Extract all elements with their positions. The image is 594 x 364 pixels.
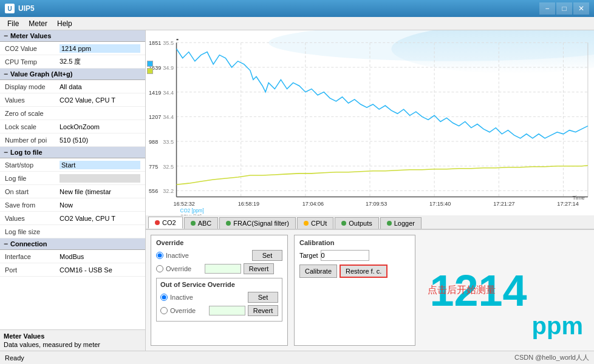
save-from-row: Save from Now [0, 198, 145, 212]
tab-abc[interactable]: ABC [184, 217, 219, 229]
section-log-label: Log to file [10, 149, 43, 156]
tab-logger[interactable]: Logger [380, 217, 422, 229]
calibration-title: Calibration [299, 239, 410, 246]
restore-button[interactable]: Restore f. c. [340, 265, 387, 278]
override-set-button[interactable]: Set [252, 250, 282, 261]
log-file-size-row: Log file size [0, 225, 145, 238]
svg-text:CO2 [ppm]: CO2 [ppm] [180, 208, 204, 214]
calibrate-button[interactable]: Calibrate [299, 265, 337, 278]
svg-text:775: 775 [149, 164, 158, 170]
svg-text:1851: 1851 [149, 40, 161, 46]
svg-text:Time: Time [573, 195, 585, 201]
interface-value: ModBus [60, 253, 140, 260]
values-value: CO2 Value, CPU T [60, 96, 140, 104]
tab-frac-label: FRAC(Signal filter) [233, 220, 289, 227]
right-panel: 1851 1639 1419 1207 988 775 556 35.5 34.… [146, 30, 594, 351]
port-label: Port [5, 266, 60, 274]
override-inactive-radio[interactable] [156, 252, 163, 259]
minimize-button[interactable]: − [539, 2, 555, 15]
cpu-temp-label: CPU Temp [5, 58, 60, 66]
left-panel: Meter Values CO2 Value 1214 ppm CPU Temp… [0, 30, 146, 351]
oos-inactive-label: Inactive [170, 294, 207, 301]
oos-set-button[interactable]: Set [248, 292, 278, 303]
status-bar: Ready CSDN @hello_world人人 [0, 351, 594, 364]
svg-text:988: 988 [149, 139, 158, 145]
svg-text:34.4: 34.4 [163, 114, 174, 120]
svg-text:35.5: 35.5 [163, 40, 174, 46]
menu-bar: File Meter Help [0, 17, 594, 30]
svg-text:17:27:14: 17:27:14 [557, 201, 578, 207]
override-box: Override Inactive Set Override Revert Ou… [151, 235, 288, 346]
section-meter-values[interactable]: Meter Values [0, 30, 145, 42]
svg-text:17:04:06: 17:04:06 [302, 201, 324, 207]
tab-bar: CO2 ABC FRAC(Signal filter) CPUt Outputs… [146, 215, 594, 229]
oos-value-input[interactable] [209, 306, 245, 315]
section-log-to-file[interactable]: Log to file [0, 147, 145, 158]
bottom-panel: Override Inactive Set Override Revert Ou… [146, 229, 594, 351]
chart-svg: 1851 1639 1419 1207 988 775 556 35.5 34.… [146, 30, 594, 215]
big-number-area: 点击后开始测量 1214 ppm [422, 235, 589, 346]
tab-outputs-label: Outputs [349, 220, 372, 227]
override-inactive-row: Inactive Set [156, 250, 282, 261]
status-watermark: CSDN @hello_world人人 [514, 353, 589, 362]
cpu-temp-value: 32.5 度 [60, 57, 140, 66]
log-file-value [60, 174, 140, 183]
info-panel-text: Data values, measured by meter [4, 341, 142, 348]
log-file-label: Log file [5, 175, 60, 182]
cpu-temp-row: CPU Temp 32.5 度 [0, 55, 145, 69]
main-layout: Meter Values CO2 Value 1214 ppm CPU Temp… [0, 30, 594, 351]
co2-tab-dot [155, 220, 160, 225]
tab-co2-label: CO2 [162, 219, 176, 226]
co2-value-label: CO2 Value [5, 45, 60, 52]
svg-text:16:58:19: 16:58:19 [238, 201, 259, 207]
start-stop-row: Start/stop Start [0, 158, 145, 172]
save-from-value: Now [60, 201, 140, 209]
override-title: Override [156, 239, 282, 246]
log-values-label: Values [5, 215, 60, 222]
big-unit: ppm [532, 312, 583, 340]
svg-text:17:21:27: 17:21:27 [493, 201, 514, 207]
close-button[interactable]: ✕ [573, 2, 589, 15]
display-mode-row: Display mode All data [0, 80, 145, 93]
abc-tab-dot [191, 221, 196, 226]
cput-tab-dot [304, 221, 309, 226]
calibration-buttons-row: Calibrate Restore f. c. [299, 265, 410, 278]
menu-help[interactable]: Help [52, 18, 77, 29]
override-revert-button[interactable]: Revert [244, 263, 274, 274]
calibration-target-input[interactable] [321, 250, 369, 261]
menu-meter[interactable]: Meter [24, 18, 52, 29]
oos-revert-button[interactable]: Revert [248, 305, 278, 316]
num-points-label: Number of poi [5, 136, 60, 144]
tab-frac[interactable]: FRAC(Signal filter) [219, 217, 296, 229]
oos-override-radio[interactable] [160, 307, 168, 314]
interface-label: Interface [5, 253, 60, 260]
lock-scale-row: Lock scale LockOnZoom [0, 120, 145, 133]
tab-cput[interactable]: CPUt [297, 217, 333, 229]
display-mode-label: Display mode [5, 83, 60, 90]
override-value-input[interactable] [205, 264, 241, 274]
menu-file[interactable]: File [2, 18, 24, 29]
tab-cput-label: CPUt [311, 220, 327, 227]
oos-inactive-row: Inactive Set [160, 292, 278, 303]
calibration-box: Calibration Target Calibrate Restore f. … [294, 235, 415, 346]
oos-inactive-radio[interactable] [160, 294, 168, 301]
tab-outputs[interactable]: Outputs [335, 217, 379, 229]
svg-text:CPUt [°C]: CPUt [°C] [180, 214, 202, 215]
app-icon: U [5, 4, 15, 13]
section-connection[interactable]: Connection [0, 238, 145, 250]
maximize-button[interactable]: □ [556, 2, 572, 15]
save-from-label: Save from [5, 201, 60, 209]
log-file-size-label: Log file size [5, 228, 60, 235]
svg-text:34.9: 34.9 [163, 65, 174, 71]
tab-co2[interactable]: CO2 [148, 217, 183, 229]
title-bar-controls: − □ ✕ [539, 2, 589, 15]
cpu-legend-color [147, 68, 153, 74]
section-connection-label: Connection [10, 240, 47, 248]
calibration-target-label: Target [299, 252, 318, 259]
status-ready: Ready [5, 354, 514, 362]
start-stop-label: Start/stop [5, 161, 60, 169]
section-value-graph[interactable]: Value Graph (Alt+g) [0, 69, 145, 80]
tab-abc-label: ABC [198, 220, 212, 227]
override-override-radio[interactable] [156, 265, 163, 272]
num-points-value: 510 (510) [60, 136, 140, 144]
